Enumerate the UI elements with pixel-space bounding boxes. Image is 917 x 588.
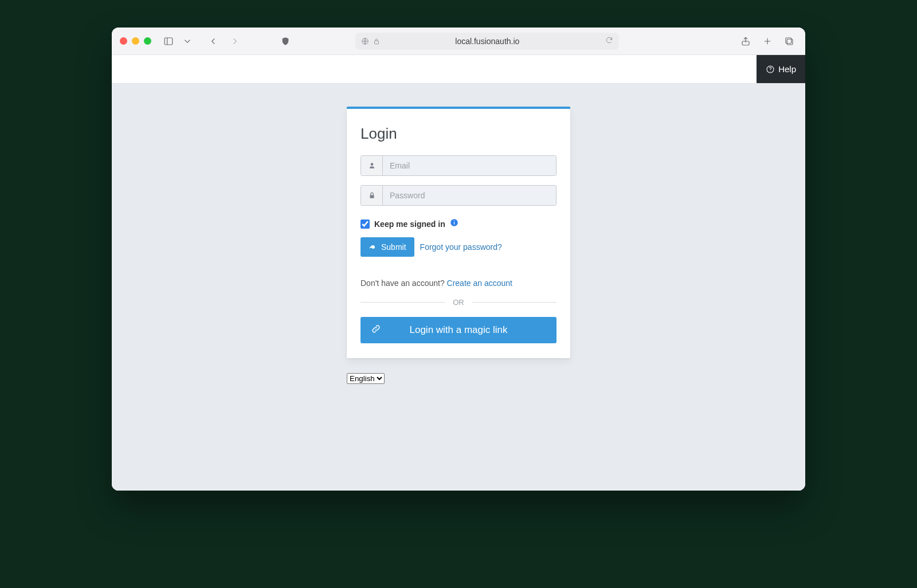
close-window-button[interactable] [120,37,127,45]
language-selector: English [347,373,385,384]
login-panel: Login Keep me signed in [347,107,570,358]
create-account-link[interactable]: Create an account [447,279,512,288]
new-tab-button[interactable] [759,33,775,49]
svg-rect-13 [454,221,454,221]
key-icon [369,243,377,251]
browser-window: local.fusionauth.io Help [112,28,805,491]
minimize-window-button[interactable] [132,37,139,45]
language-select[interactable]: English [347,373,385,384]
email-field-group [360,155,557,176]
browser-toolbar: local.fusionauth.io [112,28,805,55]
page-content: Help Login [112,55,805,491]
tab-group-dropdown[interactable] [182,33,193,49]
window-controls [120,37,151,45]
privacy-shield-icon[interactable] [277,33,293,49]
or-separator: OR [360,298,557,307]
nav-forward-button[interactable] [227,33,243,49]
app-topnav: Help [112,55,805,84]
share-button[interactable] [738,33,754,49]
link-icon [371,324,381,337]
no-account-text: Don't have an account? [360,279,447,288]
lock-icon [361,186,383,205]
login-canvas: Login Keep me signed in [112,84,805,491]
sidebar-toggle-button[interactable] [160,33,177,49]
help-label: Help [778,64,796,74]
or-label: OR [453,298,464,307]
svg-rect-8 [786,38,791,44]
submit-label: Submit [381,242,406,252]
address-bar[interactable]: local.fusionauth.io [355,33,619,50]
magic-link-label: Login with a magic link [409,324,507,336]
nav-back-button[interactable] [205,33,221,49]
password-field-group [360,185,557,206]
svg-rect-3 [375,41,379,44]
zoom-window-button[interactable] [144,37,151,45]
address-text: local.fusionauth.io [455,37,519,46]
keep-signed-checkbox[interactable] [360,219,370,229]
info-icon[interactable] [450,218,458,229]
help-icon [766,65,775,74]
svg-rect-0 [164,38,173,45]
lock-icon [373,37,381,45]
keep-signed-label[interactable]: Keep me signed in [374,219,445,229]
svg-rect-7 [787,39,793,45]
reload-button[interactable] [605,36,613,46]
password-input[interactable] [383,186,556,205]
help-button[interactable]: Help [757,55,805,83]
forgot-password-link[interactable]: Forgot your password? [420,242,502,252]
user-icon [361,156,383,175]
svg-point-10 [770,70,771,71]
login-title: Login [360,125,557,143]
create-account-row: Don't have an account? Create an account [360,279,557,288]
svg-rect-12 [454,222,454,224]
email-input[interactable] [383,156,556,175]
site-security-icon [361,37,381,45]
submit-button[interactable]: Submit [360,237,414,257]
magic-link-button[interactable]: Login with a magic link [360,317,557,343]
tabs-overview-button[interactable] [781,33,797,49]
